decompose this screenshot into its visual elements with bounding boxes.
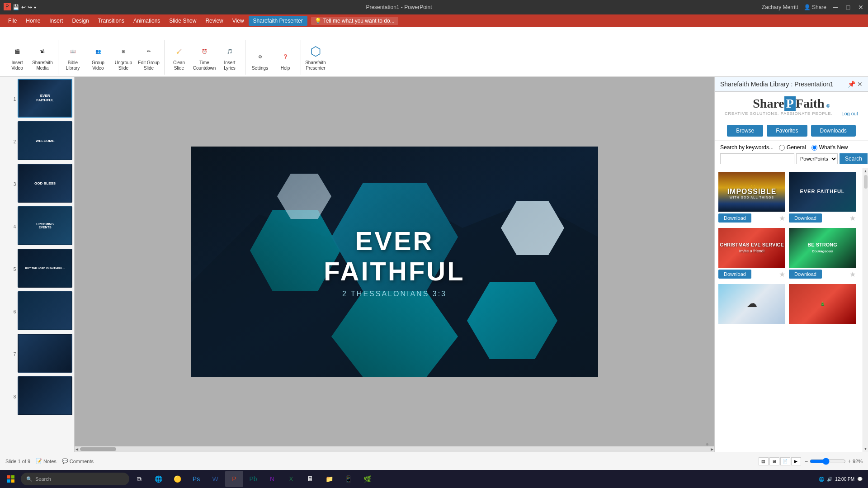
slide-thumb-1[interactable]: EVERFAITHFUL bbox=[18, 79, 72, 118]
slide-list-item-2[interactable]: 2 WELCOME bbox=[11, 121, 72, 162]
general-radio-label[interactable]: General bbox=[779, 144, 806, 151]
scroll-left-arrow[interactable]: ◀ bbox=[75, 447, 78, 451]
slide-thumb-8[interactable] bbox=[18, 376, 72, 415]
sidebar-scroll-up[interactable]: ▲ bbox=[864, 169, 868, 173]
slide-thumb-6[interactable] bbox=[18, 291, 72, 330]
taskbar-app1[interactable]: 📁 bbox=[320, 471, 338, 487]
sidebar-pin-button[interactable]: 📌 bbox=[848, 81, 855, 88]
taskbar-excel[interactable]: X bbox=[282, 471, 300, 487]
christmas-star-button[interactable]: ★ bbox=[779, 270, 785, 279]
clean-slide-button[interactable]: 🧹 CleanSlide bbox=[167, 40, 191, 73]
slide-thumb-5[interactable]: BUT THE LORD IS FAITHFUL... bbox=[18, 249, 72, 288]
search-input[interactable] bbox=[720, 153, 794, 164]
taskbar-chrome[interactable]: 🟡 bbox=[168, 471, 186, 487]
normal-view-button[interactable]: ▤ bbox=[759, 457, 769, 465]
sharefaith-media-button[interactable]: 📽 SharefaithMedia bbox=[31, 40, 54, 73]
time-countdown-button[interactable]: ⏰ TimeCountdown bbox=[193, 40, 216, 73]
ungroup-slide-button[interactable]: ⊞ UngroupSlide bbox=[112, 40, 135, 73]
menu-animations[interactable]: Animations bbox=[129, 16, 165, 26]
tell-me-search[interactable]: 💡 Tell me what you want to do... bbox=[311, 17, 398, 25]
group-video-button[interactable]: 👥 GroupVideo bbox=[86, 40, 110, 73]
slide-list-item-6[interactable]: 6 bbox=[11, 291, 72, 332]
notes-button[interactable]: 📝 Notes bbox=[36, 458, 57, 464]
quick-access-toolbar[interactable]: 💾 ↩ ↪ ▾ bbox=[13, 4, 36, 10]
menu-sharefaith[interactable]: Sharefaith Presenter bbox=[249, 16, 307, 26]
taskbar-search[interactable]: 🔍 Search bbox=[21, 473, 129, 485]
slide-list-item-7[interactable]: 7 bbox=[11, 334, 72, 374]
christmas-download-button[interactable]: Download bbox=[718, 270, 751, 279]
menu-insert[interactable]: Insert bbox=[45, 16, 67, 26]
comments-button[interactable]: 💬 Comments bbox=[62, 458, 94, 464]
zoom-in-button[interactable]: + bbox=[848, 458, 851, 464]
menu-design[interactable]: Design bbox=[67, 16, 93, 26]
bible-library-button[interactable]: 📖 BibleLibrary bbox=[61, 40, 85, 73]
slide-sorter-button[interactable]: ⊞ bbox=[769, 457, 779, 465]
close-button[interactable]: ✕ bbox=[857, 4, 864, 11]
log-out-link[interactable]: Log out bbox=[841, 111, 858, 116]
slide-list-item-5[interactable]: 5 BUT THE LORD IS FAITHFUL... bbox=[11, 249, 72, 289]
slide-panel[interactable]: 1 EVERFAITHFUL 2 WELCOME 3 bbox=[0, 77, 75, 452]
whats-new-radio[interactable] bbox=[811, 145, 817, 151]
impossible-star-button[interactable]: ★ bbox=[779, 214, 785, 223]
downloads-button[interactable]: Downloads bbox=[811, 125, 856, 137]
slide-thumb-4[interactable]: UPCOMINGEVENTS bbox=[18, 206, 72, 245]
undo-icon[interactable]: ↩ bbox=[21, 4, 26, 10]
browse-button[interactable]: Browse bbox=[727, 125, 763, 137]
sidebar-scrollbar[interactable]: ▲ ▼ bbox=[863, 168, 868, 452]
share-button[interactable]: 👤 Share bbox=[804, 4, 826, 10]
impossible-download-button[interactable]: Download bbox=[718, 213, 751, 223]
insert-video-button[interactable]: 🎬 InsertVideo bbox=[5, 40, 29, 73]
taskbar-task-view[interactable]: ⧉ bbox=[130, 471, 148, 487]
start-button[interactable] bbox=[2, 471, 20, 487]
menu-view[interactable]: View bbox=[228, 16, 249, 26]
minimize-button[interactable]: ─ bbox=[832, 4, 839, 11]
sidebar-close-button[interactable]: ✕ bbox=[857, 81, 863, 88]
save-icon[interactable]: 💾 bbox=[13, 4, 19, 10]
slide-thumb-3[interactable]: GOD BLESS bbox=[18, 164, 72, 203]
taskbar-app2[interactable]: 📱 bbox=[339, 471, 357, 487]
taskbar-edge[interactable]: 🌐 bbox=[149, 471, 167, 487]
ever-faithful-star-button[interactable]: ★ bbox=[849, 214, 856, 223]
be-strong-star-button[interactable]: ★ bbox=[849, 270, 856, 279]
restore-button[interactable]: □ bbox=[844, 4, 852, 11]
sidebar-scroll-down[interactable]: ▼ bbox=[864, 447, 868, 451]
favorites-button[interactable]: Favorites bbox=[767, 125, 807, 137]
reading-view-button[interactable]: 📄 bbox=[780, 457, 790, 465]
zoom-out-button[interactable]: − bbox=[805, 458, 808, 464]
edit-group-slide-button[interactable]: ✏ Edit GroupSlide bbox=[137, 40, 160, 73]
slide-thumb-7[interactable] bbox=[18, 334, 72, 373]
menu-home[interactable]: Home bbox=[21, 16, 45, 26]
slide-list-item-4[interactable]: 4 UPCOMINGEVENTS bbox=[11, 206, 72, 247]
slide-list-item-3[interactable]: 3 GOD BLESS bbox=[11, 164, 72, 204]
slide-list-item-8[interactable]: 8 bbox=[11, 376, 72, 417]
menu-slideshow[interactable]: Slide Show bbox=[165, 16, 201, 26]
taskbar-onenote[interactable]: N bbox=[263, 471, 281, 487]
search-category-select[interactable]: PowerPoints Videos Images bbox=[796, 153, 838, 164]
general-radio[interactable] bbox=[779, 145, 785, 151]
slide-thumb-2[interactable]: WELCOME bbox=[18, 121, 72, 160]
zoom-slider[interactable] bbox=[810, 458, 846, 465]
horizontal-thumb[interactable] bbox=[80, 447, 116, 451]
slide-list-item-1[interactable]: 1 EVERFAITHFUL bbox=[11, 79, 72, 119]
redo-icon[interactable]: ↪ bbox=[28, 4, 32, 10]
notification-button[interactable]: 💬 bbox=[857, 477, 863, 482]
horizontal-scrollbar[interactable]: ◀ ▶ bbox=[75, 446, 714, 452]
whats-new-radio-label[interactable]: What's New bbox=[811, 144, 848, 151]
search-button[interactable]: Search bbox=[840, 153, 868, 164]
presentation-view-button[interactable]: ▶ bbox=[791, 457, 801, 465]
sidebar-scrollbar-thumb[interactable] bbox=[864, 175, 868, 189]
taskbar-app3[interactable]: 🌿 bbox=[358, 471, 376, 487]
settings-button[interactable]: ⚙ Settings bbox=[248, 40, 272, 73]
menu-review[interactable]: Review bbox=[201, 16, 227, 26]
taskbar-calculator[interactable]: 🖩 bbox=[301, 471, 319, 487]
scroll-right-arrow[interactable]: ▶ bbox=[711, 447, 713, 451]
help-button[interactable]: ❓ Help bbox=[274, 40, 297, 73]
insert-lyrics-button[interactable]: 🎵 InsertLyrics bbox=[218, 40, 241, 73]
be-strong-download-button[interactable]: Download bbox=[789, 270, 822, 279]
taskbar-powerpoint[interactable]: P bbox=[225, 471, 243, 487]
taskbar-publisher[interactable]: Pb bbox=[244, 471, 262, 487]
menu-transitions[interactable]: Transitions bbox=[94, 16, 129, 26]
ever-faithful-download-button[interactable]: Download bbox=[789, 213, 822, 223]
taskbar-word[interactable]: W bbox=[206, 471, 224, 487]
menu-file[interactable]: File bbox=[4, 16, 21, 26]
